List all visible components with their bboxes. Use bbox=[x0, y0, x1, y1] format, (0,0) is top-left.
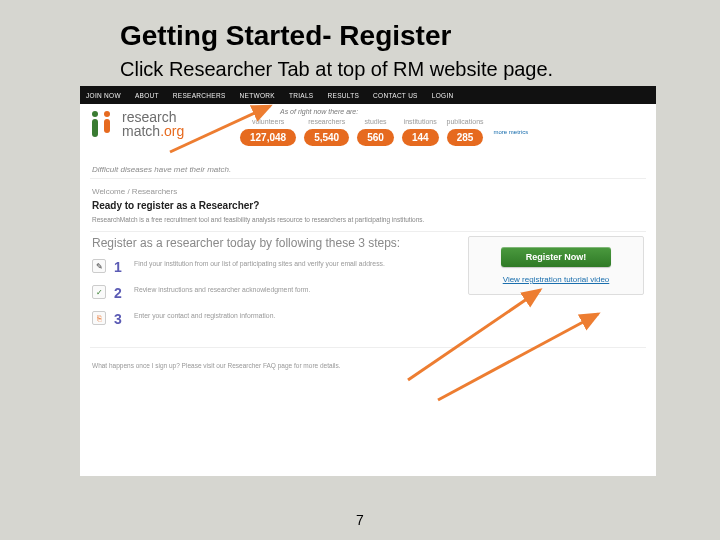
tutorial-video-link[interactable]: View registration tutorial video bbox=[479, 275, 633, 284]
nav-network[interactable]: NETWORK bbox=[240, 92, 275, 99]
slide-subtitle: Click Researcher Tab at top of RM websit… bbox=[120, 58, 553, 81]
step-1: ✎ 1 Find your institution from our list … bbox=[92, 259, 450, 275]
step-number: 3 bbox=[114, 311, 126, 327]
stat-label: studies bbox=[357, 118, 394, 125]
logo-line2a: match bbox=[122, 123, 160, 139]
stat-label: volunteers bbox=[240, 118, 296, 125]
logo[interactable]: research match.org bbox=[90, 110, 184, 138]
page-number: 7 bbox=[0, 512, 720, 528]
section-heading: Ready to register as a Researcher? bbox=[80, 198, 656, 213]
breadcrumb: Welcome / Researchers bbox=[80, 179, 656, 198]
stat-label: researchers bbox=[304, 118, 349, 125]
step-number: 2 bbox=[114, 285, 126, 301]
nav-results[interactable]: RESULTS bbox=[328, 92, 360, 99]
stat-value: 5,540 bbox=[304, 129, 349, 146]
check-icon: ✓ bbox=[92, 285, 106, 299]
step-text: Enter your contact and registration info… bbox=[134, 311, 275, 320]
step-text: Find your institution from our list of p… bbox=[134, 259, 385, 268]
step-2: ✓ 2 Review instructions and researcher a… bbox=[92, 285, 450, 301]
logo-line2b: .org bbox=[160, 123, 184, 139]
stat-value: 144 bbox=[402, 129, 439, 146]
stat-researchers: researchers 5,540 bbox=[304, 118, 349, 146]
nav-trials[interactable]: TRIALS bbox=[289, 92, 314, 99]
logo-icon bbox=[90, 111, 116, 137]
top-nav: JOIN NOW ABOUT RESEARCHERS NETWORK TRIAL… bbox=[80, 86, 656, 104]
card-icon: ⎘ bbox=[92, 311, 106, 325]
step-number: 1 bbox=[114, 259, 126, 275]
steps-list: ✎ 1 Find your institution from our list … bbox=[92, 259, 450, 327]
stat-value: 127,048 bbox=[240, 129, 296, 146]
intro-text: ResearchMatch is a free recruitment tool… bbox=[80, 213, 656, 231]
nav-about[interactable]: ABOUT bbox=[135, 92, 159, 99]
stat-studies: studies 560 bbox=[357, 118, 394, 146]
stat-label: publications bbox=[447, 118, 484, 125]
step-3: ⎘ 3 Enter your contact and registration … bbox=[92, 311, 450, 327]
more-metrics-link[interactable]: more metrics bbox=[494, 129, 529, 136]
screenshot-panel: JOIN NOW ABOUT RESEARCHERS NETWORK TRIAL… bbox=[80, 86, 656, 476]
stat-volunteers: volunteers 127,048 bbox=[240, 118, 296, 146]
nav-login[interactable]: LOGIN bbox=[432, 92, 454, 99]
nav-researchers[interactable]: RESEARCHERS bbox=[173, 92, 226, 99]
tagline: Difficult diseases have met their match. bbox=[92, 165, 231, 174]
cta-panel: Register Now! View registration tutorial… bbox=[468, 236, 644, 295]
nav-contact-us[interactable]: CONTACT US bbox=[373, 92, 418, 99]
stats-caption: As of right now there are: bbox=[280, 108, 358, 115]
logo-line1: research bbox=[122, 110, 184, 124]
footer-note: What happens once I sign up? Please visi… bbox=[80, 348, 656, 369]
register-heading: Register as a researcher today by follow… bbox=[92, 236, 450, 251]
register-now-button[interactable]: Register Now! bbox=[501, 247, 611, 267]
header: research match.org As of right now there… bbox=[80, 104, 656, 178]
logo-text: research match.org bbox=[122, 110, 184, 138]
stats-row: volunteers 127,048 researchers 5,540 stu… bbox=[240, 118, 528, 146]
stat-institutions: institutions 144 bbox=[402, 118, 439, 146]
stat-publications: publications 285 bbox=[447, 118, 484, 146]
step-text: Review instructions and researcher ackno… bbox=[134, 285, 310, 294]
stat-value: 285 bbox=[447, 129, 484, 146]
pencil-icon: ✎ bbox=[92, 259, 106, 273]
stat-value: 560 bbox=[357, 129, 394, 146]
slide-title: Getting Started- Register bbox=[120, 20, 451, 52]
nav-join-now[interactable]: JOIN NOW bbox=[86, 92, 121, 99]
stat-label: institutions bbox=[402, 118, 439, 125]
